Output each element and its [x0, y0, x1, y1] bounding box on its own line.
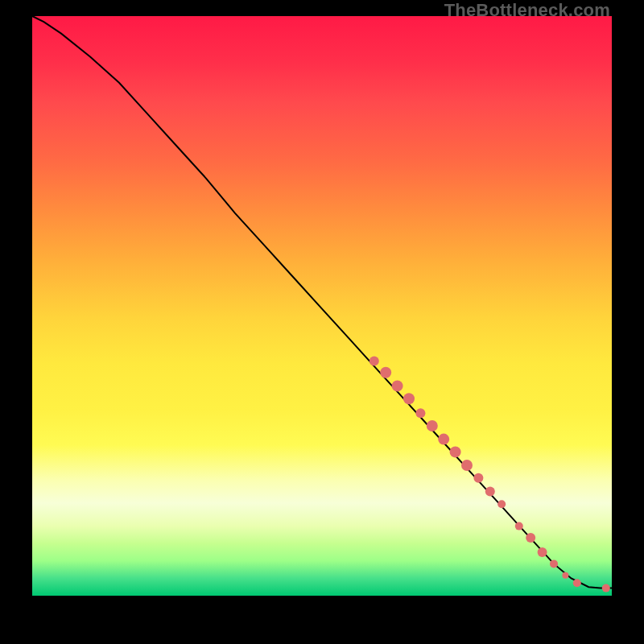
- data-marker: [415, 408, 425, 418]
- data-marker: [526, 533, 535, 543]
- data-marker: [427, 420, 438, 431]
- data-marker: [438, 434, 449, 445]
- chart-stage: TheBottleneck.com: [0, 0, 644, 644]
- data-marker: [602, 584, 610, 592]
- data-marker: [515, 522, 523, 530]
- data-marker: [562, 572, 568, 579]
- data-marker: [538, 547, 547, 557]
- chart-svg: [32, 16, 612, 596]
- curve-markers: [369, 356, 610, 592]
- curve-line: [32, 16, 612, 588]
- data-marker: [485, 486, 495, 496]
- data-marker: [392, 380, 403, 391]
- data-marker: [497, 500, 506, 508]
- data-marker: [380, 367, 391, 378]
- data-marker: [450, 446, 461, 457]
- data-marker: [403, 393, 415, 404]
- data-marker: [461, 460, 473, 471]
- data-marker: [573, 579, 581, 587]
- data-marker: [473, 473, 483, 483]
- plot-area: [32, 16, 612, 596]
- data-marker: [550, 559, 558, 568]
- data-marker: [369, 356, 379, 365]
